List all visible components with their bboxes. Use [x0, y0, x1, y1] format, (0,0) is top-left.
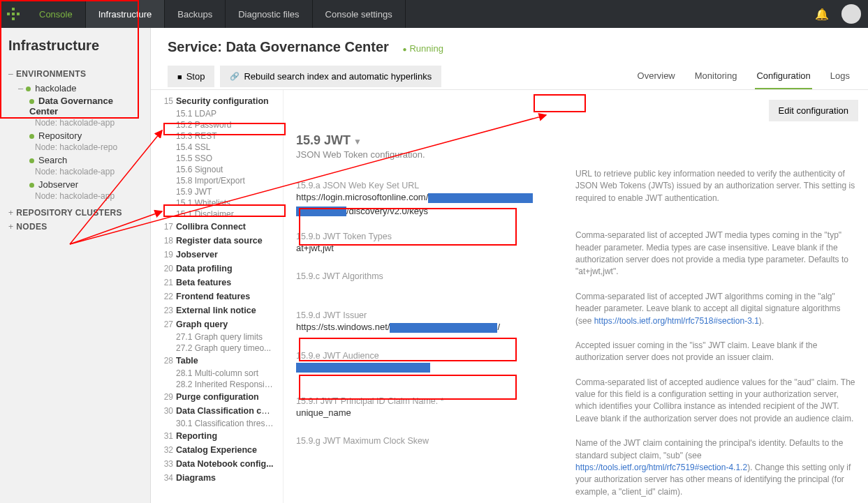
sidebar-node: Node: hackolade-repo: [8, 142, 142, 152]
desc-principal: Name of the JWT claim containing the pri…: [575, 437, 855, 498]
toc-subitem[interactable]: 15.5 SSO: [151, 153, 283, 164]
toc-subitem[interactable]: 15.1 Whitelists: [151, 197, 283, 209]
tab-logs[interactable]: Logs: [829, 63, 851, 89]
sidebar-svc-search[interactable]: Search: [8, 155, 142, 165]
sidebar-env-hackolade[interactable]: –hackolade: [8, 83, 142, 93]
field-label: 15.9.a JSON Web Key Set URL: [296, 181, 564, 190]
tab-configuration[interactable]: Configuration: [755, 63, 811, 89]
field-label: 15.9.e JWT Audience: [296, 351, 564, 361]
config-toc[interactable]: 15Security configuration15.1 LDAP15.2 Pa…: [151, 90, 284, 503]
toc-item[interactable]: 20Data profiling: [151, 262, 283, 276]
field-value-jwks-url-2: /discovery/v2.0/keys: [296, 206, 564, 217]
nav-diagnostic[interactable]: Diagnostic files: [226, 0, 312, 28]
app-logo-icon: [0, 0, 27, 28]
toc-subitem[interactable]: 15.2 Password: [151, 119, 283, 130]
sidebar-svc-jobserver[interactable]: Jobserver: [8, 179, 142, 190]
field-value-audience: [296, 362, 564, 373]
rfc7518-link[interactable]: https://tools.ietf.org/html/rfc7518#sect…: [594, 316, 759, 326]
main: Service: Data Governance Center Running …: [151, 28, 868, 503]
sidebar-svc-repository[interactable]: Repository: [8, 130, 142, 141]
desc-algorithms: Comma-separated list of accepted JWT alg…: [575, 291, 855, 327]
svg-rect-3: [17, 13, 20, 15]
rfc7519-link[interactable]: https://tools.ietf.org/html/rfc7519#sect…: [575, 463, 747, 472]
sidebar-node: Node: hackolade-app: [8, 167, 142, 177]
nav-backups[interactable]: Backups: [165, 0, 226, 28]
bell-icon[interactable]: 🔔: [815, 8, 829, 21]
toc-item[interactable]: 31Reporting: [151, 429, 283, 443]
toc-subitem[interactable]: 15.4 SSL: [151, 142, 283, 153]
toc-item[interactable]: 18Register data source: [151, 234, 283, 248]
service-title: Service: Data Governance Center: [168, 39, 389, 54]
nav-console[interactable]: Console: [27, 0, 86, 28]
toc-item[interactable]: 15Security configuration: [151, 94, 283, 108]
nav-infrastructure[interactable]: Infrastructure: [86, 0, 165, 28]
desc-jwks: URL to retrieve public key information n…: [575, 168, 855, 204]
sidebar-sec-repoclusters[interactable]: +REPOSITORY CLUSTERS: [8, 208, 142, 218]
toc-item[interactable]: 33Data Notebook config...: [151, 457, 283, 471]
section-heading[interactable]: 15.9 JWT▼: [296, 133, 564, 148]
sidebar-node: Node: hackolade-app: [8, 118, 142, 128]
field-value-token-types: at+jwt,jwt: [296, 243, 564, 253]
desc-audience: Comma-separated list of accepted audienc…: [575, 377, 855, 426]
svg-rect-2: [12, 13, 15, 15]
field-label: 15.9.f JWT Principal ID Claim Name. *: [296, 396, 564, 406]
toc-item[interactable]: 32Catalog Experience: [151, 443, 283, 457]
sidebar-node: Node: hackolade-app: [8, 191, 142, 201]
toc-item[interactable]: 27Graph query: [151, 317, 283, 331]
toc-item[interactable]: 19Jobserver: [151, 248, 283, 262]
desc-issuer: Accepted issuer coming in the "iss" JWT …: [575, 340, 855, 364]
sidebar-sec-environments[interactable]: –ENVIRONMENTS: [8, 69, 142, 79]
field-label: 15.9.b JWT Token Types: [296, 232, 564, 241]
link-icon: 🔗: [230, 72, 240, 81]
config-content: Edit configuration 15.9 JWT▼ JSON Web To…: [284, 90, 868, 503]
stop-icon: ■: [177, 73, 182, 81]
toc-item[interactable]: 30Data Classification con...: [151, 404, 283, 418]
toc-subitem[interactable]: 15.9 JWT: [151, 186, 283, 197]
chevron-down-icon: ▼: [353, 137, 362, 147]
sidebar-svc-dgc[interactable]: Data Governance Center: [8, 96, 142, 117]
rebuild-button[interactable]: 🔗Rebuild search index and automatic hype…: [220, 66, 441, 87]
service-status: Running: [402, 43, 443, 54]
toc-subitem[interactable]: 28.2 Inherited Responsib...: [151, 379, 283, 390]
nav-console-settings[interactable]: Console settings: [313, 0, 406, 28]
tab-monitoring[interactable]: Monitoring: [693, 63, 739, 89]
toc-subitem[interactable]: 15.6 Signout: [151, 164, 283, 175]
field-value-issuer: https://sts.windows.net//: [296, 322, 564, 333]
tab-overview[interactable]: Overview: [636, 63, 677, 89]
toc-item[interactable]: 21Beta features: [151, 276, 283, 290]
toc-item[interactable]: 29Purge configuration: [151, 390, 283, 404]
toc-subitem[interactable]: 28.1 Multi-column sort: [151, 368, 283, 379]
toc-item[interactable]: 17Collibra Connect: [151, 220, 283, 234]
stop-button[interactable]: ■Stop: [168, 66, 214, 87]
toc-item[interactable]: 22Frontend features: [151, 290, 283, 303]
field-label: 15.9.g JWT Maximum Clock Skew: [296, 436, 564, 446]
toc-subitem[interactable]: 15.3 REST: [151, 130, 283, 142]
sidebar-sec-nodes[interactable]: +NODES: [8, 222, 142, 232]
toc-item[interactable]: 34Diagrams: [151, 471, 283, 485]
toc-subitem[interactable]: 27.1 Graph query limits: [151, 331, 283, 343]
svg-rect-4: [12, 17, 15, 20]
page-title: Infrastructure: [8, 38, 142, 54]
toc-subitem[interactable]: 27.2 Graph query timeo...: [151, 343, 283, 354]
desc-token-types: Comma-separated list of accepted JWT med…: [575, 230, 855, 278]
field-label: 15.9.d JWT Issuer: [296, 310, 564, 320]
field-value-principal-claim: unique_name: [296, 407, 564, 418]
avatar[interactable]: [841, 4, 861, 24]
field-label: 15.9.c JWT Algorithms: [296, 271, 564, 281]
edit-configuration-button[interactable]: Edit configuration: [769, 100, 858, 121]
field-value-jwks-url: https://login.microsoftonline.com/: [296, 192, 564, 203]
svg-rect-1: [7, 13, 10, 15]
svg-rect-0: [12, 8, 15, 10]
toc-subitem[interactable]: 15.1 Disclaimer: [151, 209, 283, 220]
toc-subitem[interactable]: 15.1 LDAP: [151, 108, 283, 119]
toc-item[interactable]: 23External link notice: [151, 303, 283, 317]
toc-subitem[interactable]: 15.8 Import/Export: [151, 175, 283, 186]
topbar: Console Infrastructure Backups Diagnosti…: [0, 0, 868, 28]
section-subtitle: JSON Web Token configuration.: [296, 149, 564, 160]
toc-subitem[interactable]: 30.1 Classification thresh...: [151, 418, 283, 429]
sidebar: Infrastructure –ENVIRONMENTS –hackolade …: [0, 28, 151, 503]
toc-item[interactable]: 28Table: [151, 354, 283, 368]
